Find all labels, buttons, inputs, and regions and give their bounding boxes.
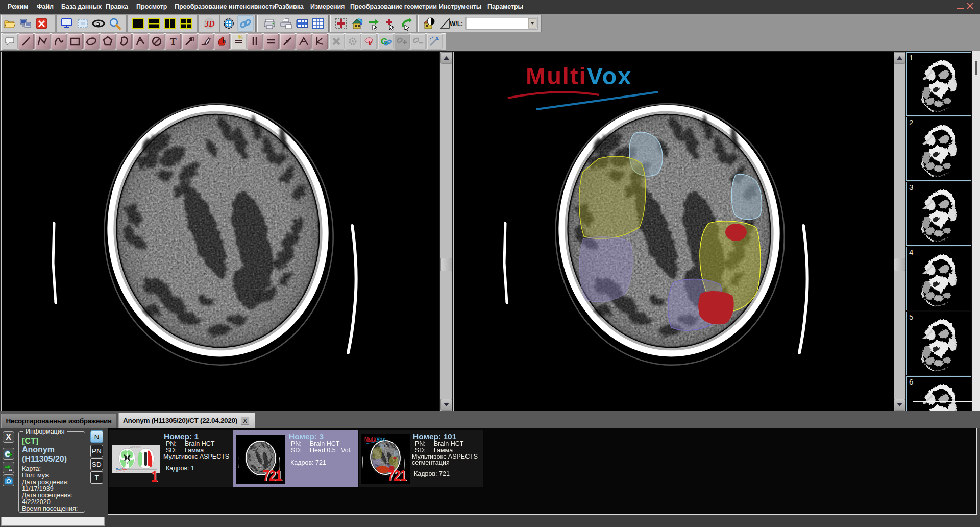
svg-text:%: % (238, 35, 243, 40)
svg-text:W/L:: W/L: (450, 20, 463, 28)
svg-text:h: h (223, 38, 226, 44)
svg-text:MultiVox: MultiVox (116, 468, 128, 471)
svg-text:3D: 3D (204, 19, 215, 28)
svg-text:ASPECTS 7: ASPECTS 7 (130, 446, 142, 448)
svg-text:V: V (368, 40, 373, 47)
svg-text:T: T (170, 36, 177, 47)
svg-text:MultiVox: MultiVox (364, 436, 385, 442)
svg-text:MultiVox: MultiVox (526, 62, 632, 89)
